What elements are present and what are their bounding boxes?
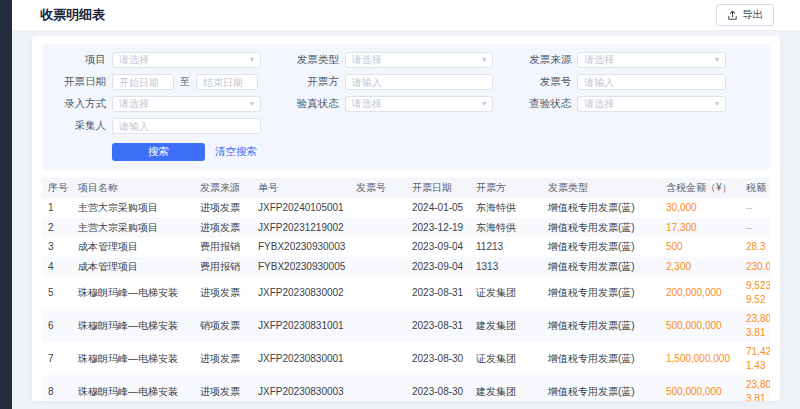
cell-issuer: 11213	[470, 237, 542, 257]
column-header: 开票方	[470, 178, 542, 198]
cell-order-no: JXFP20230830001	[252, 342, 350, 375]
cell-issuer: 东海特供	[470, 198, 542, 218]
cell-project: 主营大宗采购项目	[72, 198, 194, 218]
cell-tax: --	[740, 218, 770, 238]
table-row: 7珠穆朗玛峰—电梯安装进项发票JXFP202308300012023-08-30…	[42, 342, 770, 375]
start-date-input[interactable]	[112, 74, 174, 90]
search-button[interactable]: 搜索	[112, 143, 205, 161]
column-header: 发票类型	[542, 178, 660, 198]
cell-amount-incl: 500,000,000	[660, 309, 740, 342]
cell-source: 进项发票	[194, 375, 252, 401]
page-title: 收票明细表	[40, 6, 105, 24]
entry-method-placeholder: 请选择	[119, 97, 149, 111]
sidebar-collapsed-strip	[0, 0, 12, 409]
export-label: 导出	[742, 8, 763, 22]
clear-search-button[interactable]: 清空搜索	[215, 145, 257, 159]
filter-invoice-source-label: 发票来源	[519, 53, 571, 67]
cell-project: 珠穆朗玛峰—电梯安装	[72, 342, 194, 375]
column-header: 序号	[42, 178, 72, 198]
cell-source: 进项发票	[194, 342, 252, 375]
cell-tax: 23,809,523.81	[740, 375, 770, 401]
verify-status-select[interactable]: 请选择 ▾	[345, 96, 494, 112]
cell-amount-incl: 17,300	[660, 218, 740, 238]
cell-type: 增值税专用发票(蓝)	[542, 257, 660, 277]
filter-entry-method: 录入方式 请选择 ▾	[54, 96, 261, 112]
main-card: 项目 请选择 ▾ 发票类型 请选择 ▾ 发票来源 请选	[32, 36, 780, 401]
check-status-select[interactable]: 请选择 ▾	[577, 96, 726, 112]
cell-tax: 9,523,809.52	[740, 276, 770, 309]
cell-amount-incl: 2,300	[660, 257, 740, 277]
check-status-placeholder: 请选择	[584, 97, 614, 111]
cell-seq: 6	[42, 309, 72, 342]
cell-seq: 4	[42, 257, 72, 277]
cell-source: 费用报销	[194, 257, 252, 277]
chevron-down-icon: ▾	[250, 56, 254, 64]
cell-order-no: JXFP20230830002	[252, 276, 350, 309]
filter-verify-status-label: 验真状态	[287, 97, 339, 111]
cell-date: 2023-12-19	[406, 218, 470, 238]
issuer-input[interactable]	[345, 74, 494, 90]
filter-issuer-label: 开票方	[287, 75, 339, 89]
table-row: 4成本管理项目费用报销FYBX202309300052023-09-041313…	[42, 257, 770, 277]
topbar: 收票明细表 导出	[12, 0, 800, 30]
cell-source: 进项发票	[194, 276, 252, 309]
cell-seq: 8	[42, 375, 72, 401]
cell-project: 成本管理项目	[72, 237, 194, 257]
cell-type: 增值税专用发票(蓝)	[542, 237, 660, 257]
cell-source: 进项发票	[194, 198, 252, 218]
filter-invoice-date-label: 开票日期	[54, 75, 106, 89]
column-header: 开票日期	[406, 178, 470, 198]
cell-order-no: JXFP20230830003	[252, 375, 350, 401]
chevron-down-icon: ▾	[482, 100, 486, 108]
cell-source: 费用报销	[194, 237, 252, 257]
invoice-source-select[interactable]: 请选择 ▾	[577, 52, 726, 68]
end-date-input[interactable]	[196, 74, 258, 90]
table-row: 5珠穆朗玛峰—电梯安装进项发票JXFP202308300022023-08-31…	[42, 276, 770, 309]
cell-seq: 2	[42, 218, 72, 238]
filter-verify-status: 验真状态 请选择 ▾	[287, 96, 494, 112]
cell-order-no: JXFP20231219002	[252, 218, 350, 238]
filter-collector: 采集人	[54, 118, 261, 134]
table-row: 6珠穆朗玛峰—电梯安装销项发票JXFP202308310012023-08-31…	[42, 309, 770, 342]
project-select[interactable]: 请选择 ▾	[112, 52, 261, 68]
filter-panel: 项目 请选择 ▾ 发票类型 请选择 ▾ 发票来源 请选	[42, 44, 770, 170]
column-header: 税额（¥）	[740, 178, 770, 198]
filter-entry-method-label: 录入方式	[54, 97, 106, 111]
cell-source: 进项发票	[194, 218, 252, 238]
column-header: 发票号	[350, 178, 406, 198]
filter-check-status: 查验状态 请选择 ▾	[519, 96, 726, 112]
cell-type: 增值税专用发票(蓝)	[542, 342, 660, 375]
filter-invoice-type: 发票类型 请选择 ▾	[287, 52, 494, 68]
cell-tax: 23,809,523.81	[740, 309, 770, 342]
cell-source: 销项发票	[194, 309, 252, 342]
table-header-row: 序号项目名称发票来源单号发票号开票日期开票方发票类型含税金额（¥）税额（¥）不含…	[42, 178, 770, 198]
filter-project: 项目 请选择 ▾	[54, 52, 261, 68]
cell-seq: 3	[42, 237, 72, 257]
cell-invoice-no	[350, 309, 406, 342]
cell-invoice-no	[350, 342, 406, 375]
cell-tax: 71,428,571.43	[740, 342, 770, 375]
chevron-down-icon: ▾	[482, 56, 486, 64]
invoice-type-select[interactable]: 请选择 ▾	[345, 52, 494, 68]
table-wrap: 序号项目名称发票来源单号发票号开票日期开票方发票类型含税金额（¥）税额（¥）不含…	[42, 178, 770, 401]
table-row: 8珠穆朗玛峰—电梯安装进项发票JXFP202308300032023-08-30…	[42, 375, 770, 401]
verify-status-placeholder: 请选择	[352, 97, 382, 111]
filter-issuer: 开票方	[287, 74, 494, 90]
cell-project: 珠穆朗玛峰—电梯安装	[72, 276, 194, 309]
invoice-type-placeholder: 请选择	[352, 53, 382, 67]
cell-issuer: 建发集团	[470, 309, 542, 342]
invoice-no-input[interactable]	[577, 74, 726, 90]
cell-seq: 5	[42, 276, 72, 309]
entry-method-select[interactable]: 请选择 ▾	[112, 96, 261, 112]
table-row: 3成本管理项目费用报销FYBX202309300032023-09-041121…	[42, 237, 770, 257]
cell-issuer: 证发集团	[470, 276, 542, 309]
cell-type: 增值税专用发票(蓝)	[542, 309, 660, 342]
cell-amount-incl: 1,500,000,000	[660, 342, 740, 375]
cell-project: 珠穆朗玛峰—电梯安装	[72, 375, 194, 401]
cell-project: 珠穆朗玛峰—电梯安装	[72, 309, 194, 342]
collector-input[interactable]	[112, 118, 261, 134]
cell-seq: 1	[42, 198, 72, 218]
export-button[interactable]: 导出	[716, 4, 774, 26]
cell-invoice-no	[350, 257, 406, 277]
cell-date: 2023-08-31	[406, 276, 470, 309]
